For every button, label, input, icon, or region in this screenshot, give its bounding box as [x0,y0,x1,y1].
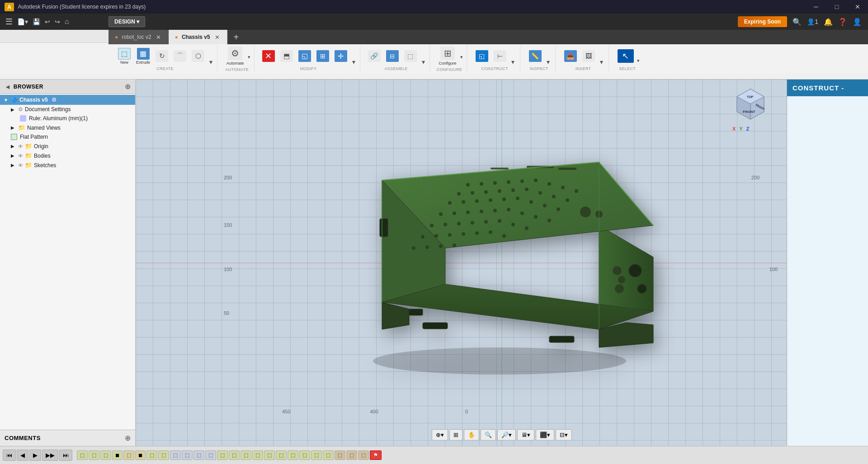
inspect-more-btn[interactable]: ▾ [545,57,552,66]
timeline-item-14[interactable]: ⬚ [229,450,240,460]
comments-options-button[interactable]: ⊕ [125,434,131,442]
insert-dxf-btn[interactable]: 📥 [562,49,579,63]
timeline-start-btn[interactable]: ⏮ [3,450,16,461]
nav-grid-snap[interactable]: ⊞ [449,429,462,441]
timeline-item-25[interactable]: ⬚ [358,450,369,460]
tree-item-chassis-v5[interactable]: ▼ 🔷 Chassis v5 ⚙ [0,95,135,105]
construct-more-btn[interactable]: ▾ [509,57,516,66]
maximize-button[interactable]: □ [826,0,847,14]
timeline-item-16[interactable]: ⬚ [252,450,263,460]
timeline-item-4[interactable]: ◼ [112,450,123,460]
create-revolve-btn[interactable]: ↻ [153,49,170,63]
timeline-item-end-flag[interactable]: ⚑ [370,450,382,460]
timeline-prev-btn[interactable]: ◀ [17,450,28,461]
timeline-item-7[interactable]: ⬚ [146,450,157,460]
browser-options-button[interactable]: ⊕ [125,82,131,91]
insert-canvas-btn[interactable]: 🖼 [580,49,597,63]
assemble-rigid-btn[interactable]: ⬚ [402,49,419,63]
tab-robot-loc[interactable]: ● robot_loc v2 ✕ [108,30,169,44]
construct-plane-btn[interactable]: ◱ [473,49,491,63]
create-new-component-btn[interactable]: ⬚ New [116,47,133,66]
modify-more-btn[interactable]: ▾ [350,57,357,66]
timeline-item-1[interactable]: ⬚ [77,450,88,460]
timeline-item-17[interactable]: ⬚ [264,450,275,460]
nav-pan[interactable]: ✋ [464,429,479,441]
tree-item-doc-settings[interactable]: ▶ ⚙ Document Settings [0,105,135,114]
timeline-end-btn[interactable]: ⏭ [59,450,72,461]
modify-fillet-btn[interactable]: ◱ [296,49,313,63]
assemble-asbuilt-btn[interactable]: ⊟ [384,49,401,63]
hamburger-menu[interactable]: ☰ [4,15,14,28]
assemble-joint-btn[interactable]: 🔗 [366,49,383,63]
select-btn[interactable]: ↖ [615,48,636,64]
timeline-item-22[interactable]: ⬚ [323,450,334,460]
modify-delete-btn[interactable]: ✕ [260,49,277,63]
svg-point-31 [557,207,560,211]
nav-joint-snap[interactable]: ⊕▾ [432,429,448,441]
timeline-item-24[interactable]: ⬚ [346,450,357,460]
timeline-item-11[interactable]: ⬚ [193,450,204,460]
viewcube[interactable]: FRONT RIGHT TOP X Y Z [732,87,769,123]
nav-grid-options[interactable]: ⊟▾ [556,429,572,441]
timeline-item-3[interactable]: ⬚ [100,450,111,460]
help-button[interactable]: ❓ [838,18,847,26]
automate-btn[interactable]: ⚙ Automate [224,45,247,67]
browser-collapse-arrow[interactable]: ◄ [5,83,11,90]
nav-display-settings[interactable]: 🖥▾ [517,429,534,441]
inspect-measure-btn[interactable]: 📏 [527,49,544,63]
timeline-item-5[interactable]: ⬚ [123,450,134,460]
insert-more-btn[interactable]: ▾ [598,57,605,66]
timeline-item-6[interactable]: ◼ [135,450,146,460]
nav-zoom-fit[interactable]: 🔎▾ [497,429,516,441]
tab-close-chassis[interactable]: ✕ [214,34,221,41]
minimize-button[interactable]: ─ [806,0,826,14]
timeline-item-19[interactable]: ⬚ [288,450,298,460]
user-count-button[interactable]: 👤1 [807,18,818,25]
account-button[interactable]: 👤 [853,18,862,26]
create-extrude-btn[interactable]: ▦ Extrude [134,47,152,66]
modify-press-pull-btn[interactable]: ⬒ [278,49,295,63]
tree-item-bodies[interactable]: ▶ 👁 📁 Bodies [0,151,135,160]
create-shapes-btn[interactable]: ⬡ [189,49,207,63]
new-file-button[interactable]: 📄▾ [15,16,30,27]
modify-move-btn[interactable]: ✛ [332,49,349,63]
create-sweep-btn[interactable]: ⌒ [171,49,189,63]
save-button[interactable]: 💾 [31,16,42,27]
construct-axis-btn[interactable]: ⊢ [491,49,509,63]
timeline-next-btn[interactable]: ▶▶ [42,450,58,461]
timeline-item-10[interactable]: ⬚ [182,450,193,460]
tab-close-robot-loc[interactable]: ✕ [155,34,162,41]
create-more-btn[interactable]: ▾ [208,57,214,66]
timeline-item-9[interactable]: ⬚ [170,450,181,460]
modify-combine-btn[interactable]: ⊞ [314,49,331,63]
search-icon[interactable]: 🔍 [793,18,802,26]
notifications-button[interactable]: 🔔 [824,18,833,26]
close-button[interactable]: ✕ [847,0,868,14]
tab-chassis[interactable]: ● Chassis v5 ✕ [169,30,227,44]
timeline-item-15[interactable]: ⬚ [241,450,251,460]
timeline-item-18[interactable]: ⬚ [276,450,287,460]
design-mode-button[interactable]: DESIGN ▾ [108,16,145,27]
timeline-item-2[interactable]: ⬚ [89,450,99,460]
timeline-item-20[interactable]: ⬚ [299,450,310,460]
tree-item-sketches[interactable]: ▶ 👁 📁 Sketches [0,160,135,170]
timeline-item-13[interactable]: ⬚ [217,450,228,460]
timeline-item-23[interactable]: ⬚ [335,450,345,460]
tree-item-origin[interactable]: ▶ 👁 📁 Origin [0,141,135,151]
assemble-more-btn[interactable]: ▾ [420,57,427,66]
timeline-item-12[interactable]: ⬚ [205,450,216,460]
undo-button[interactable]: ↩ [43,16,52,27]
tree-item-rule[interactable]: Rule: Aluminum (mm)(1) [0,114,135,123]
nav-zoom[interactable]: 🔍 [481,429,496,441]
home-button[interactable]: ⌂ [63,16,71,28]
timeline-play-btn[interactable]: ▶ [29,450,41,461]
timeline-item-8[interactable]: ⬚ [158,450,169,460]
tree-item-flat-pattern[interactable]: Flat Pattern [0,132,135,141]
timeline-item-21[interactable]: ⬚ [311,450,322,460]
tree-item-named-views[interactable]: ▶ 📁 Named Views [0,123,135,132]
add-tab-button[interactable]: + [227,30,245,44]
configure-btn[interactable]: ⊞ Configure [436,45,459,67]
nav-visual-style[interactable]: ⬛▾ [536,429,554,441]
expiring-soon-button[interactable]: Expiring Soon [738,16,787,27]
redo-button[interactable]: ↪ [53,16,62,27]
